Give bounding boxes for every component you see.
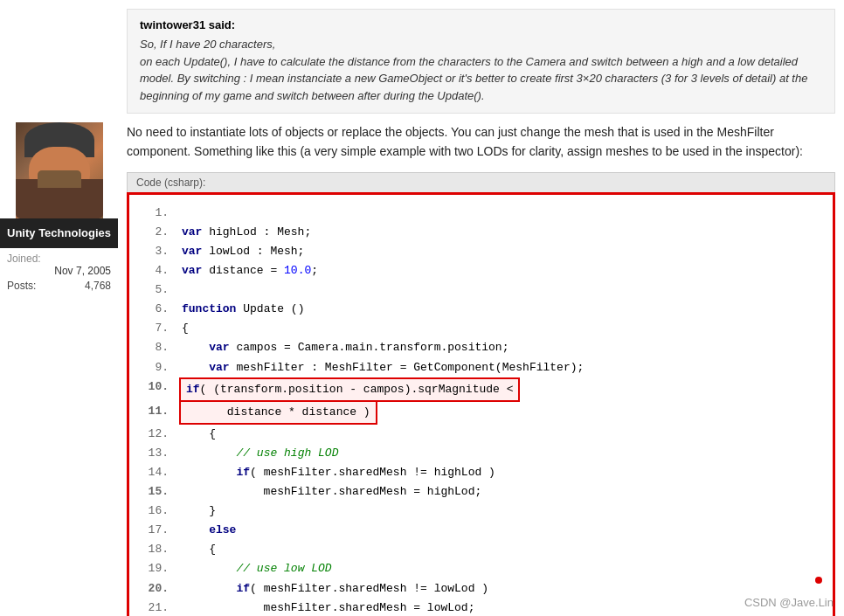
joined-label: Joined: Nov 7, 2005: [7, 253, 111, 277]
quote-author: twintower31 said:: [140, 18, 822, 31]
posts-row: Posts: 4,768: [7, 280, 111, 292]
code-line-5: 5.: [142, 280, 820, 300]
code-line-14: 14. if( meshFilter.sharedMesh != highLod…: [142, 463, 820, 482]
posts-count: 4,768: [85, 280, 111, 292]
code-line-20: 20. if( meshFilter.sharedMesh != lowLod …: [142, 579, 820, 599]
watermark: CSDN @Jave.Lin: [744, 596, 834, 609]
code-line-6: 6. function Update (): [142, 300, 820, 319]
code-line-2: 2. var highLod : Mesh;: [142, 223, 820, 242]
username-box: Unity Technologies: [0, 218, 118, 248]
code-line-15: 15. meshFilter.sharedMesh = highLod;: [142, 482, 820, 502]
user-meta: Joined: Nov 7, 2005 Posts: 4,768: [0, 248, 118, 296]
code-line-4: 4. var distance = 10.0;: [142, 261, 820, 280]
code-line-8: 8. var campos = Camera.main.transform.po…: [142, 338, 820, 357]
page-container: twintower31 said: So, If I have 20 chara…: [0, 0, 844, 616]
code-label: Code (csharp):: [127, 172, 835, 192]
code-line-11: 11. distance * distance ): [142, 402, 820, 425]
code-line-18: 18. {: [142, 540, 820, 559]
content-area: Unity Technologies Joined: Nov 7, 2005 P…: [0, 122, 844, 616]
code-line-1: 1.: [142, 204, 820, 223]
username: Unity Technologies: [7, 226, 111, 239]
code-block: 1. 2. var highLod : Mesh; 3. var lowLod …: [127, 192, 835, 616]
main-content: No need to instantiate lots of objects o…: [118, 122, 844, 616]
main-text: No need to instantiate lots of objects o…: [127, 122, 835, 162]
avatar-image: [16, 122, 103, 218]
code-line-9: 9. var meshFilter : MeshFilter = GetComp…: [142, 358, 820, 377]
code-line-3: 3. var lowLod : Mesh;: [142, 242, 820, 261]
code-line-12: 12. {: [142, 425, 820, 444]
code-line-19: 19. // use low LOD: [142, 559, 820, 578]
code-line-17: 17. else: [142, 521, 820, 540]
sidebar: Unity Technologies Joined: Nov 7, 2005 P…: [0, 122, 118, 616]
code-line-16: 16. }: [142, 502, 820, 521]
code-line-7: 7. {: [142, 319, 820, 338]
code-line-21: 21. meshFilter.sharedMesh = lowLod;: [142, 599, 820, 616]
red-dot: [815, 577, 822, 584]
quote-text: So, If I have 20 characters, on each Upd…: [140, 36, 822, 104]
avatar: [16, 122, 103, 218]
code-line-13: 13. // use high LOD: [142, 444, 820, 463]
posts-label: Posts:: [7, 280, 36, 292]
code-line-10: 10. if( (transform.position - campos).sq…: [142, 377, 820, 402]
quote-block: twintower31 said: So, If I have 20 chara…: [127, 9, 835, 114]
